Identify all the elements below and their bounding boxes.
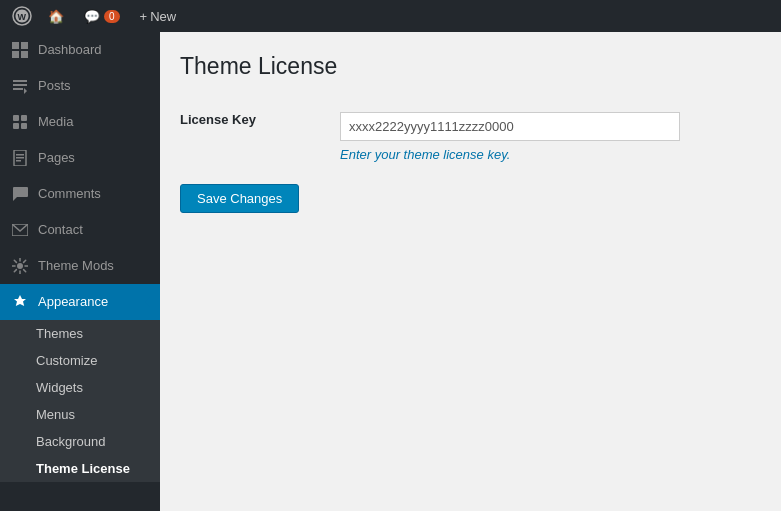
sidebar-item-posts[interactable]: Posts [0, 68, 160, 104]
svg-rect-9 [13, 115, 19, 121]
sidebar-item-label-dashboard: Dashboard [38, 41, 102, 59]
svg-rect-4 [12, 51, 19, 58]
submenu-widgets[interactable]: Widgets [0, 374, 160, 401]
main-layout: Dashboard Posts Media Pages Comments [0, 32, 781, 511]
contact-icon [10, 220, 30, 240]
appearance-arrow-icon [145, 297, 150, 307]
settings-form: License Key Enter your theme license key… [180, 102, 761, 172]
svg-rect-16 [16, 160, 21, 162]
sidebar-item-label-theme-mods: Theme Mods [38, 257, 114, 275]
svg-rect-8 [13, 88, 23, 90]
license-key-hint: Enter your theme license key. [340, 147, 761, 162]
svg-rect-3 [21, 42, 28, 49]
adminbar-new[interactable]: + New [132, 0, 185, 32]
svg-text:W: W [18, 12, 27, 22]
dashboard-icon [10, 40, 30, 60]
svg-rect-6 [13, 80, 27, 82]
license-key-input[interactable] [340, 112, 680, 141]
license-key-label: License Key [180, 112, 256, 127]
sidebar-item-pages[interactable]: Pages [0, 140, 160, 176]
appearance-icon [10, 292, 30, 312]
submenu-customize[interactable]: Customize [0, 347, 160, 374]
svg-rect-12 [21, 123, 27, 129]
svg-rect-14 [16, 154, 24, 156]
license-key-row: License Key Enter your theme license key… [180, 102, 761, 172]
sidebar-item-label-posts: Posts [38, 77, 71, 95]
submit-row: Save Changes [180, 172, 761, 213]
pages-icon [10, 148, 30, 168]
appearance-submenu: Themes Customize Widgets Menus Backgroun… [0, 320, 160, 482]
save-changes-button[interactable]: Save Changes [180, 184, 299, 213]
svg-point-18 [17, 263, 23, 269]
comments-icon [10, 184, 30, 204]
page-title: Theme License [180, 52, 761, 82]
svg-rect-10 [21, 115, 27, 121]
sidebar-item-label-media: Media [38, 113, 73, 131]
admin-bar: W 🏠 💬 0 + New [0, 0, 781, 32]
svg-rect-7 [13, 84, 27, 86]
svg-rect-5 [21, 51, 28, 58]
sidebar-item-appearance[interactable]: Appearance [0, 284, 160, 320]
sidebar-item-label-appearance: Appearance [38, 293, 108, 311]
plus-icon: + [140, 9, 148, 24]
new-label: New [150, 9, 176, 24]
comments-count: 0 [104, 10, 120, 23]
svg-rect-2 [12, 42, 19, 49]
sidebar-item-label-contact: Contact [38, 221, 83, 239]
sidebar: Dashboard Posts Media Pages Comments [0, 32, 160, 511]
submenu-background[interactable]: Background [0, 428, 160, 455]
theme-mods-icon [10, 256, 30, 276]
comment-icon: 💬 [84, 9, 100, 24]
submenu-themes[interactable]: Themes [0, 320, 160, 347]
media-icon [10, 112, 30, 132]
sidebar-item-contact[interactable]: Contact [0, 212, 160, 248]
sidebar-item-label-comments: Comments [38, 185, 101, 203]
sidebar-item-label-pages: Pages [38, 149, 75, 167]
posts-icon [10, 76, 30, 96]
home-icon: 🏠 [48, 9, 64, 24]
adminbar-home[interactable]: 🏠 [40, 0, 72, 32]
submenu-theme-license[interactable]: Theme License [0, 455, 160, 482]
adminbar-comments[interactable]: 💬 0 [76, 0, 128, 32]
submenu-menus[interactable]: Menus [0, 401, 160, 428]
sidebar-item-media[interactable]: Media [0, 104, 160, 140]
sidebar-item-comments[interactable]: Comments [0, 176, 160, 212]
content-area: Theme License License Key Enter your the… [160, 32, 781, 511]
sidebar-item-theme-mods[interactable]: Theme Mods [0, 248, 160, 284]
sidebar-item-dashboard[interactable]: Dashboard [0, 32, 160, 68]
wp-logo[interactable]: W [8, 0, 36, 32]
svg-rect-11 [13, 123, 19, 129]
svg-rect-15 [16, 157, 24, 159]
